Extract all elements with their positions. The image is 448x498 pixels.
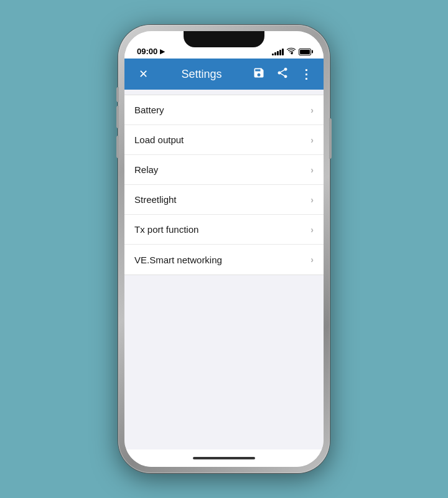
menu-item-label: Relay	[134, 164, 158, 175]
header-actions: ⋮	[250, 67, 315, 82]
menu-item-relay[interactable]: Relay ›	[124, 155, 324, 185]
home-indicator	[124, 449, 324, 467]
menu-item-label: Load output	[134, 134, 184, 145]
share-button[interactable]	[274, 67, 291, 82]
page-title: Settings	[153, 68, 250, 81]
home-bar	[193, 457, 255, 459]
menu-list: Battery › Load output › Relay › Streetli…	[124, 95, 324, 275]
settings-section: Battery › Load output › Relay › Streetli…	[124, 90, 324, 275]
battery-icon	[299, 49, 311, 55]
content-area: Battery › Load output › Relay › Streetli…	[124, 90, 324, 449]
chevron-right-icon: ›	[310, 135, 314, 145]
menu-item-label: VE.Smart networking	[134, 255, 222, 265]
menu-item-tx-port[interactable]: Tx port function ›	[124, 215, 324, 245]
more-options-button[interactable]: ⋮	[297, 67, 315, 82]
signal-icon	[272, 48, 284, 55]
silent-button[interactable]	[116, 87, 119, 102]
menu-item-label: Tx port function	[134, 224, 198, 235]
menu-item-load-output[interactable]: Load output ›	[124, 125, 324, 155]
phone-frame: 09:00 ▶	[118, 25, 330, 473]
close-button[interactable]: ✕	[133, 67, 153, 81]
power-button[interactable]	[329, 118, 332, 159]
status-time: 09:00 ▶	[137, 47, 165, 56]
volume-down-button[interactable]	[116, 136, 119, 158]
menu-item-battery[interactable]: Battery ›	[124, 95, 324, 125]
chevron-right-icon: ›	[310, 195, 314, 205]
chevron-right-icon: ›	[310, 255, 314, 265]
save-button[interactable]	[250, 67, 268, 82]
status-icons	[272, 47, 311, 56]
notch	[184, 31, 264, 47]
menu-item-ve-smart[interactable]: VE.Smart networking ›	[124, 245, 324, 275]
app-header: ✕ Settings ⋮	[124, 59, 324, 90]
volume-up-button[interactable]	[116, 106, 119, 128]
chevron-right-icon: ›	[310, 105, 314, 115]
wifi-icon	[287, 47, 296, 56]
menu-item-streetlight[interactable]: Streetlight ›	[124, 185, 324, 215]
menu-item-label: Battery	[134, 105, 164, 115]
menu-item-label: Streetlight	[134, 194, 177, 205]
chevron-right-icon: ›	[310, 225, 314, 235]
chevron-right-icon: ›	[310, 165, 314, 175]
location-icon: ▶	[160, 48, 165, 55]
phone-screen: 09:00 ▶	[124, 31, 324, 467]
